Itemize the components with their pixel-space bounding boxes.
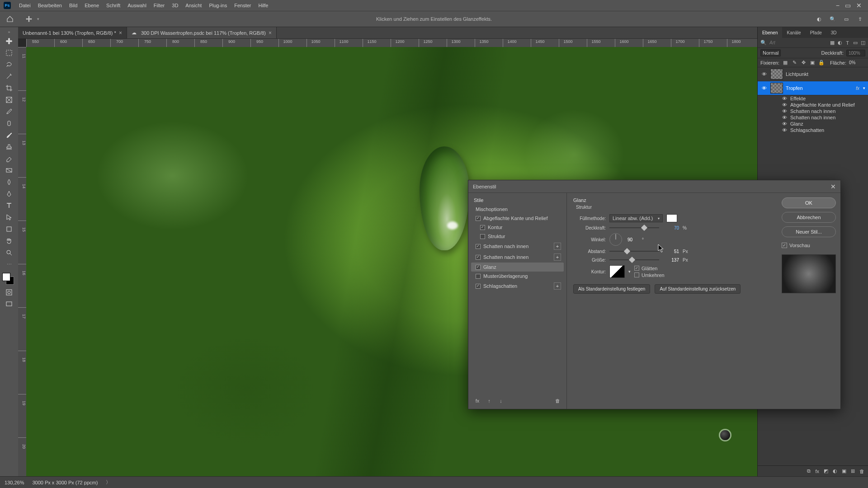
- filter-shape-icon[interactable]: ▭: [853, 40, 858, 46]
- effect-item[interactable]: 👁Abgeflachte Kante und Relief: [758, 102, 868, 108]
- visibility-icon[interactable]: 👁: [781, 127, 788, 133]
- tool-preset-chevron-icon[interactable]: ▾: [37, 17, 39, 21]
- layer-row[interactable]: 👁 Lichtpunkt: [758, 67, 868, 81]
- lock-paint-icon[interactable]: ✎: [791, 60, 797, 66]
- move-tool[interactable]: [2, 35, 16, 47]
- color-swatches[interactable]: [2, 273, 16, 286]
- window-minimize-icon[interactable]: −: [836, 2, 840, 9]
- style-item-inner-shadow[interactable]: Schatten nach innen+: [471, 252, 564, 263]
- tab-ebenen[interactable]: Ebenen: [758, 27, 782, 38]
- collapse-fx-icon[interactable]: ▾: [863, 86, 865, 90]
- window-restore-icon[interactable]: ▭: [845, 2, 851, 9]
- cancel-button[interactable]: Abbrechen: [782, 212, 836, 223]
- fill-input[interactable]: 0%: [849, 60, 865, 65]
- layer-thumb[interactable]: [770, 69, 783, 80]
- blend-mode-select[interactable]: Linear abw. (Add.)▾: [609, 214, 663, 222]
- menu-plugins[interactable]: Plug-ins: [205, 3, 231, 8]
- checkbox[interactable]: [476, 265, 481, 270]
- layer-row[interactable]: 👁 Tropfen fx ▾: [758, 81, 868, 95]
- preview-checkbox[interactable]: [782, 243, 787, 248]
- doc-tab-active[interactable]: Unbenannt-1 bei 130% (Tropfen, RGB/8) * …: [18, 27, 127, 38]
- close-icon[interactable]: ×: [119, 30, 122, 36]
- style-item-contour[interactable]: Kontur: [471, 223, 564, 232]
- workspace-icon[interactable]: ▭: [842, 16, 851, 22]
- share-icon[interactable]: ⇪: [855, 16, 864, 22]
- frame-tool[interactable]: [2, 94, 16, 106]
- menu-datei[interactable]: Datei: [15, 3, 34, 8]
- move-up-icon[interactable]: ↑: [486, 398, 493, 404]
- blur-tool[interactable]: [2, 176, 16, 188]
- angle-value[interactable]: 90: [627, 237, 638, 242]
- add-effect-icon[interactable]: +: [554, 253, 561, 261]
- effect-item[interactable]: 👁Schlagschatten: [758, 127, 868, 133]
- checkbox[interactable]: [480, 225, 485, 230]
- layer-thumb[interactable]: [770, 83, 783, 94]
- lasso-tool[interactable]: [2, 59, 16, 70]
- visibility-icon[interactable]: 👁: [760, 85, 768, 91]
- menu-auswahl[interactable]: Auswahl: [124, 3, 150, 8]
- delete-style-icon[interactable]: 🗑: [554, 398, 561, 404]
- style-item-satin[interactable]: Glanz: [471, 263, 564, 272]
- pen-tool[interactable]: [2, 188, 16, 200]
- contour-picker[interactable]: [609, 265, 625, 278]
- angle-dial[interactable]: [609, 233, 622, 246]
- quickmask-icon[interactable]: [2, 286, 16, 298]
- opacity-value[interactable]: 70: [663, 225, 679, 230]
- visibility-icon[interactable]: 👁: [781, 121, 788, 127]
- distance-slider[interactable]: [609, 248, 659, 254]
- eraser-tool[interactable]: [2, 153, 16, 164]
- edit-toolbar-icon[interactable]: ⋯: [2, 258, 16, 270]
- layer-fx-icon[interactable]: fx: [815, 469, 819, 474]
- menu-hilfe[interactable]: Hilfe: [255, 3, 272, 8]
- window-close-icon[interactable]: ✕: [856, 2, 862, 9]
- checkbox[interactable]: [476, 244, 481, 249]
- move-down-icon[interactable]: ↓: [497, 398, 505, 404]
- delete-layer-icon[interactable]: 🗑: [859, 469, 864, 474]
- opacity-input[interactable]: 100%: [846, 50, 865, 56]
- zoom-tool[interactable]: [2, 247, 16, 258]
- style-item-texture[interactable]: Struktur: [471, 232, 564, 241]
- zoom-display[interactable]: 130,26%: [5, 480, 24, 485]
- effect-item[interactable]: 👁Schatten nach innen: [758, 108, 868, 114]
- close-icon[interactable]: ×: [269, 30, 272, 36]
- dialog-titlebar[interactable]: Ebenenstil ✕: [468, 180, 840, 193]
- tab-kanaele[interactable]: Kanäle: [782, 27, 805, 38]
- antialiased-checkbox[interactable]: [634, 266, 639, 271]
- distance-value[interactable]: 51: [663, 249, 679, 254]
- checkbox[interactable]: [476, 274, 481, 279]
- horizontal-ruler[interactable]: 5506006507007508008509009501000105011001…: [26, 39, 757, 47]
- crop-tool[interactable]: [2, 82, 16, 94]
- lock-artboard-icon[interactable]: ▣: [809, 60, 816, 66]
- new-style-button[interactable]: Neuer Stil...: [782, 226, 836, 237]
- hand-tool[interactable]: [2, 235, 16, 247]
- gradient-tool[interactable]: [2, 164, 16, 176]
- tab-3d[interactable]: 3D: [826, 27, 841, 38]
- search-icon[interactable]: 🔍: [828, 16, 837, 22]
- heal-tool[interactable]: [2, 117, 16, 129]
- checkbox[interactable]: [476, 255, 481, 260]
- visibility-icon[interactable]: 👁: [781, 96, 788, 101]
- home-icon[interactable]: [4, 14, 16, 24]
- layer-name[interactable]: Tropfen: [786, 85, 853, 91]
- menu-3d[interactable]: 3D: [168, 3, 182, 8]
- adjustment-layer-icon[interactable]: ◐: [833, 468, 837, 474]
- search-icon[interactable]: 🔍: [760, 40, 767, 46]
- chevron-down-icon[interactable]: ▾: [628, 269, 631, 274]
- filter-type-icon[interactable]: T: [845, 40, 850, 46]
- filter-pixel-icon[interactable]: ▦: [830, 40, 835, 46]
- effect-item[interactable]: 👁Glanz: [758, 121, 868, 127]
- blend-mode-select[interactable]: Normal: [760, 49, 781, 56]
- layer-name[interactable]: Lichtpunkt: [786, 71, 865, 77]
- color-swatch[interactable]: [666, 214, 677, 222]
- style-item-blending[interactable]: Mischoptionen: [471, 205, 564, 214]
- layer-mask-icon[interactable]: ◩: [824, 468, 828, 474]
- style-item-inner-shadow[interactable]: Schatten nach innen+: [471, 241, 564, 252]
- path-select-tool[interactable]: [2, 211, 16, 223]
- brush-tool[interactable]: [2, 129, 16, 141]
- menu-bearbeiten[interactable]: Bearbeiten: [34, 3, 66, 8]
- shape-tool[interactable]: [2, 223, 16, 235]
- menu-schrift[interactable]: Schrift: [103, 3, 124, 8]
- visibility-icon[interactable]: 👁: [781, 108, 788, 114]
- invert-checkbox[interactable]: [634, 272, 639, 277]
- add-effect-icon[interactable]: +: [554, 243, 561, 250]
